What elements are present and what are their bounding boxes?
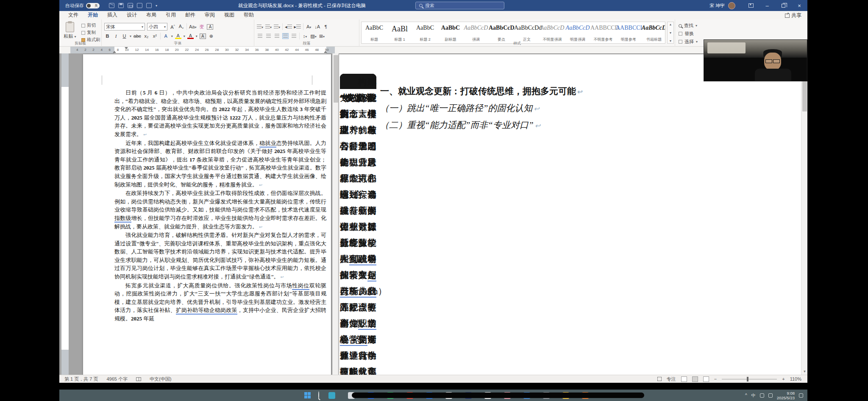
multilevel-list-button[interactable]: ▾ — [274, 24, 280, 29]
style-item-10[interactable]: AABBCCI明显参考 — [616, 22, 641, 43]
clipboard-group-label[interactable]: 剪贴板 — [59, 41, 101, 46]
tray-chevron-icon[interactable]: ^ — [745, 393, 747, 398]
ime-indicator[interactable]: 中 — [751, 393, 756, 398]
autosave-switch[interactable]: 关 — [86, 3, 100, 8]
minimize-button[interactable]: – — [759, 0, 775, 11]
style-item-1[interactable]: AaBl标题 1 — [387, 22, 412, 43]
doc-paragraph[interactable]: 拓宽多元就业渠道，扩大高质量岗位供给。强化政策性岗位与市场性岗位双轮驱动，挖掘政… — [114, 281, 326, 323]
style-item-4[interactable]: AaBbCcD强调 — [463, 22, 489, 43]
focus-label[interactable]: 专注 — [667, 376, 676, 382]
style-item-7[interactable]: AaBbCcD不明显强调 — [540, 22, 565, 43]
paragraph-group-label[interactable]: 段落 — [254, 41, 359, 46]
gallery-down-icon[interactable]: ▼ — [669, 31, 672, 34]
ribbon-tab-3[interactable]: 设计 — [122, 11, 142, 20]
borders-button[interactable]: ⊞▾ — [319, 33, 325, 39]
network-icon[interactable] — [760, 393, 764, 398]
strikethrough-button[interactable]: abc — [134, 33, 141, 39]
style-item-11[interactable]: AaBbCcD书籍标题 — [641, 22, 665, 43]
doc-paragraph[interactable]: （一）跳出“唯一正确路径”的固化认知↩ — [362, 100, 714, 117]
increase-indent-button[interactable]: ▸ — [294, 24, 301, 30]
word-count[interactable]: 4965 个字 — [106, 376, 128, 382]
autosave-toggle[interactable]: 自动保存 关 — [65, 3, 100, 9]
zoom-out-button[interactable]: − — [714, 376, 717, 382]
decrease-indent-button[interactable]: ◂ — [285, 24, 292, 30]
right-page-text[interactable]: 对于大学毕业生而言，面对就业与参加工作，需从观念、心态到行动进行全面调整，以适应… — [362, 83, 714, 134]
shrink-font-button[interactable]: A˅ — [178, 24, 184, 30]
change-case-button[interactable]: Aa▾ — [189, 24, 196, 29]
left-indent-marker[interactable] — [113, 51, 116, 53]
ribbon-tab-1[interactable]: 开始 — [83, 11, 103, 20]
doc-paragraph[interactable]: （二）重视“能力适配”而非“专业对口”↩ — [362, 117, 714, 134]
taskbar-app-icon-0[interactable] — [328, 392, 335, 399]
close-button[interactable]: × — [791, 0, 807, 11]
italic-button[interactable]: I — [113, 33, 119, 39]
taskbar-search-button[interactable] — [318, 392, 319, 399]
ribbon-display-options-button[interactable] — [743, 0, 759, 11]
language-indicator[interactable]: 中文(中国) — [150, 376, 171, 382]
ribbon-tab-2[interactable]: 插入 — [103, 11, 122, 20]
doc-paragraph[interactable]: 构建 “复合能力模型”：结合行业趋势提升跨界能力。例如，金融专业学生 + 数据分… — [340, 74, 376, 89]
horizontal-ruler[interactable]: 4224681012141618202224262830323436384042… — [70, 47, 335, 53]
superscript-button[interactable]: x² — [152, 33, 158, 39]
read-mode-button[interactable] — [681, 376, 687, 382]
doc-paragraph[interactable]: 近年来，我国构建起高校毕业生立体化就业促进体系，稳就业态势持续巩固。人力资源和社… — [114, 139, 326, 189]
text-effects-button[interactable]: A — [163, 33, 169, 39]
vertical-ruler[interactable] — [61, 53, 69, 375]
avatar[interactable] — [728, 2, 735, 9]
justify-button[interactable] — [282, 33, 289, 39]
font-size-select[interactable]: 小四▾ — [147, 23, 167, 31]
highlight-color-button[interactable]: A — [175, 33, 181, 39]
user-name[interactable]: 宋 坤宇 — [709, 3, 725, 9]
focus-icon[interactable] — [657, 377, 662, 381]
restore-button[interactable] — [775, 0, 791, 11]
align-center-button[interactable] — [265, 33, 272, 39]
find-button[interactable]: 查找▾ — [679, 22, 726, 29]
style-item-0[interactable]: AaBbC标题 — [362, 22, 387, 43]
print-preview-icon[interactable] — [137, 3, 142, 8]
first-line-indent-marker[interactable] — [125, 47, 128, 49]
clock[interactable]: 9:08 2025/5/23 — [777, 391, 795, 400]
ribbon-tab-0[interactable]: 文件 — [64, 11, 83, 20]
enclose-characters-button[interactable]: ⊕ — [208, 33, 214, 39]
align-right-button[interactable] — [274, 33, 280, 39]
asian-layout-button[interactable]: A▾ — [306, 24, 312, 29]
gallery-up-icon[interactable]: ▲ — [669, 23, 672, 26]
scroll-down-icon[interactable]: ▼ — [801, 368, 807, 375]
style-item-5[interactable]: AaBbCcD要点 — [489, 22, 514, 43]
styles-group-label[interactable]: 样式 — [359, 41, 675, 46]
bold-button[interactable]: B — [104, 33, 111, 39]
character-shading-button[interactable]: A — [200, 33, 206, 39]
underline-button[interactable]: U — [121, 33, 128, 39]
start-button[interactable] — [304, 392, 311, 398]
document-page-right[interactable]: 对于大学毕业生而言，面对就业与参加工作，需从观念、心态到行动进行全面调整，以适应… — [339, 54, 801, 375]
font-group-label[interactable]: 字体 — [102, 41, 254, 46]
ribbon-tab-8[interactable]: 视图 — [220, 11, 239, 20]
save-icon[interactable] — [118, 3, 124, 8]
notification-center-icon[interactable] — [799, 393, 803, 398]
right-pane-scrollbar[interactable]: ▲ ▼ — [801, 53, 807, 375]
style-item-6[interactable]: AaBbCcDd正文 — [514, 22, 540, 43]
align-left-button[interactable] — [257, 33, 263, 39]
document-page-left[interactable]: 日前（5 月 6 日），中共中央政治局会议分析研究当前经济形势和经济工作时提出，… — [83, 54, 331, 375]
ribbon-tab-5[interactable]: 引用 — [161, 11, 181, 20]
grow-font-button[interactable]: A^ — [170, 24, 176, 30]
subscript-button[interactable]: x₂ — [143, 33, 150, 39]
shading-button[interactable]: ▨▾ — [310, 33, 317, 39]
bullets-button[interactable]: ▾ — [257, 24, 263, 29]
style-item-3[interactable]: AaBbC副标题 — [438, 22, 463, 43]
zoom-level[interactable]: 110% — [790, 376, 801, 382]
zoom-slider-thumb[interactable] — [747, 377, 748, 382]
left-pane-scrollbar[interactable] — [332, 53, 339, 375]
scrollbar-thumb[interactable] — [334, 55, 338, 103]
paste-dropdown-icon[interactable]: ▾ — [75, 35, 76, 39]
phonetic-guide-button[interactable]: 变 — [198, 24, 205, 30]
ribbon-tab-9[interactable]: 帮助 — [239, 11, 259, 20]
font-name-select[interactable]: 宋体▾ — [104, 23, 145, 31]
character-border-button[interactable]: A — [207, 24, 213, 30]
style-item-8[interactable]: AaBbCcD明显强调 — [565, 22, 590, 43]
doc-paragraph[interactable]: 日前（5 月 6 日），中共中央政治局会议分析研究当前经济形势和经济工作时提出，… — [114, 89, 326, 139]
doc-paragraph[interactable]: 在政策持续发力下，高校毕业生就业工作取得阶段性成效，但仍面临深层次挑战。例如，岗… — [114, 189, 326, 231]
web-layout-button[interactable] — [703, 376, 709, 382]
comment-icon[interactable] — [109, 3, 114, 8]
sort-button[interactable]: ↓A — [314, 24, 320, 29]
